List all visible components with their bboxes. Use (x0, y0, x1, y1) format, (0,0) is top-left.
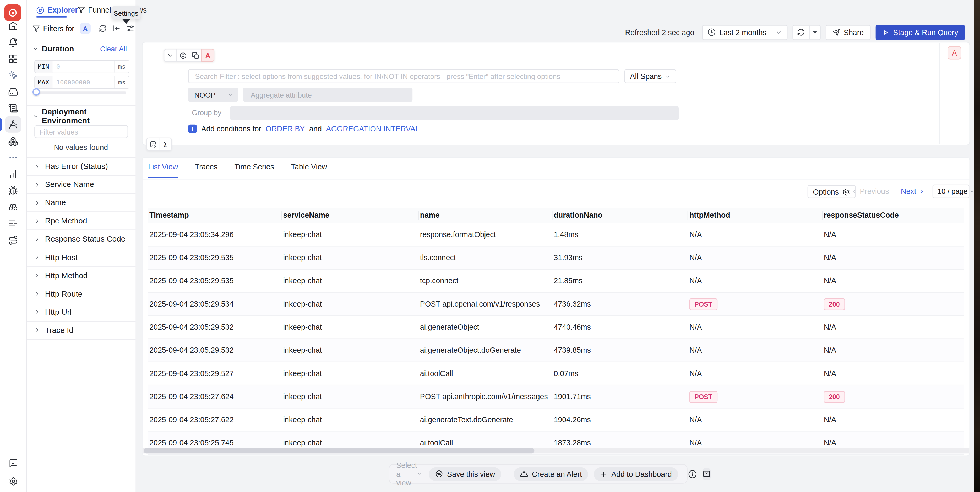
tab-time-series[interactable]: Time Series (234, 163, 274, 178)
nav-item-alerts[interactable] (0, 34, 26, 51)
select-view-dropdown[interactable]: Select a view (396, 461, 423, 487)
filter-section-http-route[interactable]: Http Route (26, 285, 135, 303)
table-row[interactable]: 2025-09-04 23:05:29.527inkeep-chatai.too… (148, 362, 964, 385)
page-size-select[interactable]: 10 / page (932, 185, 969, 198)
order-by-link[interactable]: ORDER BY (266, 125, 305, 133)
horizontal-scrollbar-track[interactable] (143, 448, 969, 454)
time-range-select[interactable]: Last 2 months (702, 25, 788, 40)
nav-item-exceptions[interactable] (0, 182, 26, 199)
table-row[interactable]: 2025-09-04 23:05:27.624inkeep-chatPOST a… (148, 385, 964, 408)
window-edge-scrollbar[interactable] (974, 0, 980, 492)
nav-item-dashboards[interactable] (0, 50, 26, 67)
nav-item-more[interactable] (0, 149, 26, 166)
table-row[interactable]: 2025-09-04 23:05:29.535inkeep-chattls.co… (148, 246, 964, 270)
query-a-chip[interactable]: A (80, 23, 91, 34)
nav-item-settings[interactable] (0, 476, 26, 487)
max-input[interactable] (52, 76, 114, 88)
time-range-value: Last 2 months (719, 28, 772, 37)
duration-slider-track[interactable] (35, 91, 126, 94)
query-a-badge[interactable]: A (948, 46, 961, 59)
funnel-icon (78, 6, 85, 14)
filter-section-http-method[interactable]: Http Method (26, 267, 135, 285)
duration-section-header[interactable]: Duration Clear All (26, 41, 134, 56)
cell-serviceName: inkeep-chat (282, 230, 419, 239)
add-to-dashboard-button[interactable]: Add to Dashboard (594, 467, 678, 481)
clear-all-link[interactable]: Clear All (100, 45, 127, 53)
nav-item-logs[interactable] (0, 100, 26, 117)
hide-query-button[interactable] (177, 49, 189, 62)
refresh-button[interactable] (793, 26, 810, 39)
share-button[interactable]: Share (826, 25, 871, 40)
refresh-options-button[interactable] (810, 26, 820, 39)
nav-item-support[interactable] (0, 458, 26, 469)
min-input[interactable] (52, 61, 114, 72)
query-add-buttons: Σ (146, 138, 172, 151)
options-button[interactable]: Options (807, 185, 856, 198)
filter-settings-icon[interactable] (126, 24, 134, 32)
horizontal-scrollbar-thumb[interactable] (144, 448, 535, 454)
deployment-section-header[interactable]: Deployment Environment (26, 109, 134, 124)
table-row[interactable]: 2025-09-04 23:05:27.622inkeep-chatai.gen… (148, 409, 964, 432)
deployment-filter-input[interactable] (34, 125, 128, 138)
aggregate-operator-select[interactable]: NOOP (188, 88, 238, 102)
cell-name: POST api.anthropic.com/v1/messages (419, 392, 552, 401)
table-row[interactable]: 2025-09-04 23:05:29.534inkeep-chatPOST a… (148, 293, 964, 316)
nav-item-traces[interactable] (0, 117, 26, 133)
nav-item-explorer[interactable] (0, 199, 26, 215)
span-scope-select[interactable]: All Spans (624, 70, 676, 83)
nav-item-service-map[interactable] (0, 232, 26, 248)
status-badge: 200 (824, 391, 845, 403)
tab-table-view[interactable]: Table View (291, 163, 327, 178)
filter-section-has-error-status-[interactable]: Has Error (Status) (26, 158, 135, 176)
table-row[interactable]: 2025-09-04 23:05:29.532inkeep-chatai.gen… (148, 316, 964, 339)
collapse-panel-icon[interactable] (112, 24, 121, 32)
table-row[interactable]: 2025-09-04 23:05:29.532inkeep-chatai.gen… (148, 339, 964, 362)
nav-item-services[interactable] (0, 133, 26, 150)
nav-item-home[interactable] (0, 18, 26, 34)
add-query-button[interactable] (146, 138, 159, 151)
query-name-button[interactable]: A (201, 49, 214, 62)
aggregation-interval-link[interactable]: AGGREGATION INTERVAL (326, 125, 420, 133)
search-filter-input[interactable] (188, 70, 619, 83)
filter-section-name[interactable]: Name (26, 194, 135, 212)
cell-httpMethod: N/A (688, 346, 822, 355)
tab-explorer-label: Explorer (48, 5, 78, 14)
filter-section-label: Response Status Code (45, 235, 126, 243)
filter-section-response-status-code[interactable]: Response Status Code (26, 230, 135, 249)
filter-section-http-url[interactable]: Http Url (26, 303, 135, 321)
nav-rail-bottom (0, 451, 26, 492)
filter-section-label: Service Name (45, 180, 94, 189)
filter-section-http-host[interactable]: Http Host (26, 249, 135, 267)
tab-funnels[interactable]: Funnels (78, 4, 115, 16)
tab-traces[interactable]: Traces (195, 163, 218, 178)
cell-name: response.formatObject (419, 230, 552, 239)
filter-sections: Has Error (Status)Service NameNameRpc Me… (26, 158, 135, 340)
duration-slider-handle[interactable] (32, 88, 40, 96)
nav-item-logs-pipelines[interactable] (0, 215, 26, 232)
add-formula-button[interactable]: Σ (159, 138, 172, 151)
stage-run-query-button[interactable]: Stage & Run Query (876, 25, 965, 40)
save-view-button[interactable]: Save this view (429, 467, 501, 481)
tab-explorer[interactable]: Explorer (36, 4, 78, 16)
table-row[interactable]: 2025-09-04 23:05:29.535inkeep-chattcp.co… (148, 270, 964, 293)
nav-item-get-started[interactable] (0, 67, 26, 83)
cell-httpMethod: POST (688, 298, 822, 310)
tab-list-view[interactable]: List View (148, 163, 178, 178)
keyboard-shortcuts-button[interactable] (703, 468, 711, 480)
create-alert-button[interactable]: Create an Alert (514, 467, 588, 481)
info-icon[interactable] (688, 470, 697, 478)
filter-section-service-name[interactable]: Service Name (26, 176, 135, 194)
sync-icon[interactable] (99, 24, 107, 32)
table-row[interactable]: 2025-09-04 23:05:34.296inkeep-chatrespon… (148, 224, 964, 246)
filter-section-rpc-method[interactable]: Rpc Method (26, 212, 135, 230)
collapse-query-button[interactable] (164, 49, 177, 62)
filter-section-trace-id[interactable]: Trace Id (26, 321, 135, 340)
add-condition-button[interactable] (188, 125, 197, 133)
nav-item-metrics[interactable] (0, 166, 26, 182)
clock-icon (708, 28, 716, 36)
nav-item-infrastructure[interactable] (0, 83, 26, 100)
previous-button[interactable]: Previous (851, 187, 889, 196)
next-button[interactable]: Next (901, 187, 925, 196)
results-tabs: List View Traces Time Series Table View (148, 163, 327, 178)
clone-query-button[interactable] (189, 49, 202, 62)
